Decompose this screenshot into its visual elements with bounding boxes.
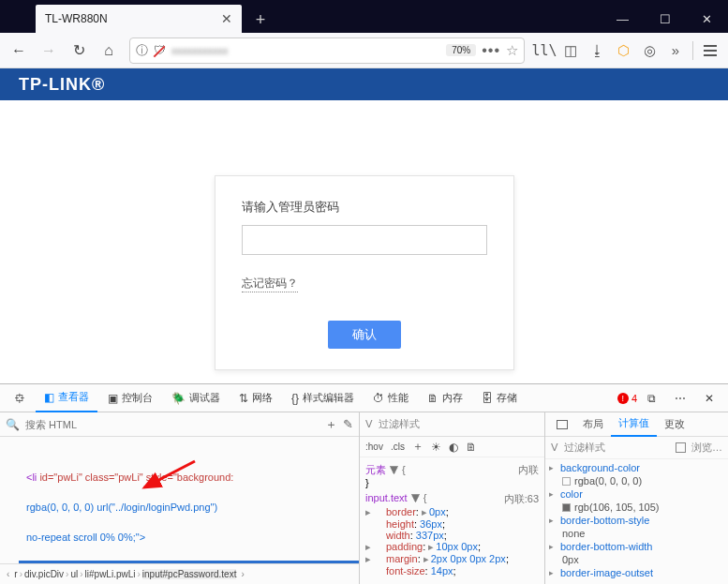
computed-filter-bar: 𝖵 过滤样式 浏览… [545,437,728,459]
css-val: 0px [429,506,446,517]
password-input[interactable] [242,225,487,255]
computed-label: 计算值 [618,416,649,430]
shield-blocked-icon[interactable]: 🛡 [154,43,166,57]
code-text: style="background: [143,472,234,483]
tab-memory-label: 内存 [442,391,463,405]
computed-val: 0px [562,554,579,565]
computed-tab[interactable]: 计算值 [611,412,657,437]
code-text: no-repeat scroll 0% 0%;"> [26,532,145,543]
forgot-password-link[interactable]: 忘记密码？ [242,276,298,292]
addon-icon[interactable]: ◎ [637,38,661,63]
tab-title: TL-WR880N [45,12,221,25]
tplink-logo: TP-LINK® [19,75,105,95]
rule-selector: input.text [365,492,408,503]
crumb-prev-button[interactable]: ‹ [4,569,12,579]
sidebar-icon[interactable]: ◫ [558,38,583,63]
add-node-button[interactable]: ＋ [325,416,337,433]
tab-styleeditor[interactable]: {}样式编辑器 [283,384,363,412]
code-selected: <input id="pcPassword" class="text" [35,562,200,564]
edit-html-button[interactable]: ✎ [343,417,353,431]
info-icon[interactable]: ⓘ [136,42,148,59]
error-dot-icon: ! [617,393,629,404]
dom-tree[interactable]: <li id="pwLi" class="pwLi" style="backgr… [0,437,359,563]
maximize-button[interactable]: ☐ [644,5,686,33]
tab-memory[interactable]: 🗎内存 [419,384,471,412]
tab-close-icon[interactable]: ✕ [221,11,232,26]
crumb-next-button[interactable]: › [238,569,246,579]
tab-performance[interactable]: ⏱性能 [364,384,417,412]
password-prompt: 请输入管理员密码 [242,199,487,216]
close-window-button[interactable]: ✕ [686,5,728,33]
downloads-icon[interactable]: ⭳ [585,38,609,63]
rule-src: 内联:63 [504,492,539,506]
home-button[interactable]: ⌂ [96,37,122,64]
css-val: 337px [416,530,444,541]
hov-toggle[interactable]: :hov [365,442,383,452]
computed-val: rgb(106, 105, 105) [574,502,660,513]
boxmodel-tab[interactable] [549,412,575,437]
computed-tabs: 布局 计算值 更改 [545,412,728,437]
browse-checkbox[interactable] [676,442,686,453]
devtools-menu-button[interactable]: ⋯ [666,384,694,412]
dark-theme-icon[interactable]: ◐ [449,441,458,454]
tab-console[interactable]: ▣控制台 [99,384,161,412]
extension-icon[interactable]: ⬡ [611,38,635,63]
css-prop: margin [386,553,418,564]
tab-debugger-label: 调试器 [189,391,220,405]
cls-toggle[interactable]: .cls [391,442,405,452]
page-actions-icon[interactable]: ••• [482,42,500,59]
brand-bar: TP-LINK® [0,68,728,100]
rule-src: 内联 [518,463,539,477]
crumb-item[interactable]: ul [70,569,78,579]
code-text: class="pwLi" [82,472,143,483]
light-theme-icon[interactable]: ☀ [431,441,441,454]
devtools-close-button[interactable]: ✕ [696,384,722,412]
confirm-button[interactable]: 确认 [328,321,401,349]
layout-tab[interactable]: 布局 [575,412,611,437]
tab-network[interactable]: ⇅网络 [230,384,281,412]
css-val: 36px [420,518,442,530]
computed-filter-label[interactable]: 过滤样式 [564,441,670,455]
computed-prop: color [560,488,583,500]
menu-button[interactable] [698,38,722,63]
browser-tab[interactable]: TL-WR880N ✕ [36,5,242,33]
css-val: 10px 0px [436,541,478,552]
new-tab-button[interactable]: + [247,7,274,33]
error-indicator[interactable]: !4 [617,393,637,404]
changes-tab[interactable]: 更改 [657,412,692,437]
window-titlebar: TL-WR880N ✕ + — ☐ ✕ [0,0,728,33]
tab-storage[interactable]: 🗄存储 [473,384,526,412]
dock-side-button[interactable]: ⧉ [639,384,664,412]
boxmodel-icon [557,420,568,429]
crumb-item[interactable]: div.picDiv [24,569,64,579]
filter-icon: 𝖵 [551,442,558,454]
code-text: <li [26,472,39,483]
tab-debugger[interactable]: 🪲调试器 [163,384,229,412]
address-bar[interactable]: ⓘ 🛡 xxxxxxxxxxx 70% ••• ☆ [129,37,525,64]
overflow-icon[interactable]: » [663,38,688,63]
library-icon[interactable]: ll\ [532,38,557,63]
tab-network-label: 网络 [252,391,273,405]
bookmark-star-icon[interactable]: ☆ [506,42,518,59]
add-rule-button[interactable]: ＋ [412,439,423,455]
tab-inspector[interactable]: ◧查看器 [36,384,97,412]
toolbar-separator [692,41,693,60]
dom-search-bar: 🔍 ＋ ✎ [0,412,359,437]
crumb-item-active[interactable]: input#pcPassword.text [142,569,237,579]
pick-element-button[interactable]: ⯐ [6,384,34,412]
crumb-item[interactable]: li#pwLi.pwLi [85,569,136,579]
crumb-item[interactable]: r [14,569,17,579]
styles-panel: 𝖵 过滤样式 :hov .cls ＋ ☀ ◐ 🗎 元素 ⯆ {内联 } inpu… [360,412,545,584]
dom-search-input[interactable] [25,419,319,430]
print-media-icon[interactable]: 🗎 [466,441,477,454]
back-button[interactable]: ← [6,37,32,64]
url-text: xxxxxxxxxxx [171,45,440,56]
minimize-button[interactable]: — [602,5,644,33]
styles-rules[interactable]: 元素 ⯆ {内联 } input.text ⯆ {内联:63 ▸border: … [360,457,544,584]
reload-button[interactable]: ↻ [66,37,92,64]
computed-list[interactable]: ▸background-color rgba(0, 0, 0, 0) ▸colo… [545,459,728,584]
zoom-badge[interactable]: 70% [446,44,476,56]
styles-filter-label[interactable]: 过滤样式 [379,417,539,431]
computed-prop: border-bottom-style [560,515,649,526]
login-card: 请输入管理员密码 忘记密码？ 确认 [215,175,514,370]
